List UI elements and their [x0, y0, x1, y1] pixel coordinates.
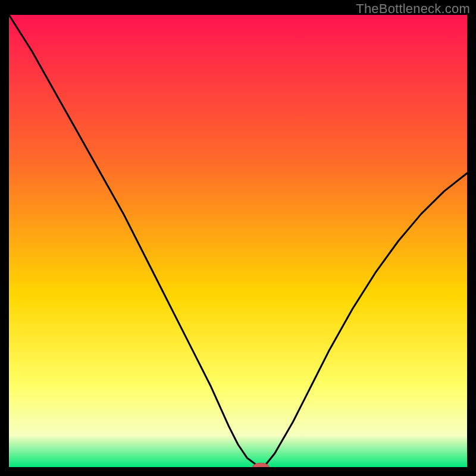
bottleneck-chart [9, 15, 467, 467]
plot-area [9, 15, 467, 467]
chart-frame: TheBottleneck.com [0, 0, 476, 476]
